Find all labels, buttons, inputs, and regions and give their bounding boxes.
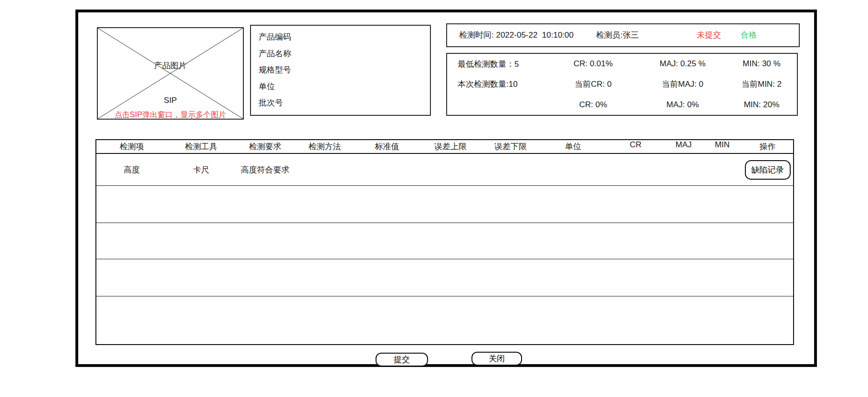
page: 产品图片 SIP 点击SIP弹出窗口，显示多个图片 产品编码 产品名称 规格型号… <box>0 0 868 397</box>
table-row: 高度 卡尺 高度符合要求 缺陷记录 <box>96 154 793 186</box>
stat-cr-rate: CR: 0% <box>547 100 639 110</box>
col-header-maj: MAJ <box>665 140 702 150</box>
field-label-spec-model: 规格型号 <box>259 64 430 75</box>
sip-label[interactable]: SIP <box>98 96 243 105</box>
stat-cr-limit: CR: 0.01% <box>547 59 639 69</box>
status-qualified-badge: 合格 <box>741 24 757 46</box>
cell-tool: 卡尺 <box>167 164 235 175</box>
field-label-product-name: 产品名称 <box>259 48 430 59</box>
sip-note: 点击SIP弹出窗口，显示多个图片 <box>98 110 243 120</box>
stat-maj-limit: MAJ: 0.25 % <box>639 59 726 69</box>
stat-min-limit: MIN: 30 % <box>726 59 797 69</box>
field-label-unit: 单位 <box>259 81 430 92</box>
table-header-row: 检测项 检测工具 检测要求 检测方法 标准值 误差上限 误差下限 单位 CR M… <box>96 140 793 154</box>
status-unsubmitted-badge: 未提交 <box>697 24 721 46</box>
col-header-min: MIN <box>702 140 742 150</box>
product-image-placeholder[interactable]: 产品图片 SIP 点击SIP弹出窗口，显示多个图片 <box>97 27 244 120</box>
inspection-items-table: 检测项 检测工具 检测要求 检测方法 标准值 误差上限 误差下限 单位 CR M… <box>95 139 794 345</box>
submit-button[interactable]: 提交 <box>376 353 428 366</box>
col-header-method: 检测方法 <box>295 141 355 152</box>
col-header-upper-tolerance: 误差上限 <box>419 141 481 152</box>
col-header-cr: CR <box>607 140 665 150</box>
inspection-time: 检测时间: 2022-05-22 10:10:00 <box>459 24 574 46</box>
cell-item: 高度 <box>96 164 167 175</box>
table-empty-row <box>96 259 793 296</box>
defect-record-button[interactable]: 缺陷记录 <box>745 160 791 180</box>
stat-current-cr: 当前CR: 0 <box>547 79 639 90</box>
col-header-action: 操作 <box>742 141 793 152</box>
inspection-stats-panel: 最低检测数量：5 CR: 0.01% MAJ: 0.25 % MIN: 30 %… <box>446 53 798 116</box>
product-image-label: 产品图片 <box>98 60 243 71</box>
col-header-lower-tolerance: 误差下限 <box>481 141 540 152</box>
window-frame: 产品图片 SIP 点击SIP弹出窗口，显示多个图片 产品编码 产品名称 规格型号… <box>75 10 817 367</box>
col-header-requirement: 检测要求 <box>235 141 295 152</box>
table-empty-row <box>96 223 793 259</box>
col-header-tool: 检测工具 <box>167 141 235 152</box>
product-fields-panel: 产品编码 产品名称 规格型号 单位 批次号 <box>250 25 431 116</box>
table-empty-row <box>96 296 793 344</box>
field-label-batch-number: 批次号 <box>259 97 430 108</box>
stat-maj-rate: MAJ: 0% <box>639 100 726 110</box>
col-header-item: 检测项 <box>96 141 167 152</box>
inspector-name: 检测员:张三 <box>596 24 639 46</box>
close-button[interactable]: 关闭 <box>471 352 522 366</box>
stat-current-inspect-qty: 本次检测数量:10 <box>458 79 547 90</box>
col-header-standard-value: 标准值 <box>355 141 419 152</box>
stat-current-min: 当前MIN: 2 <box>726 79 797 90</box>
field-label-product-code: 产品编码 <box>259 31 430 42</box>
table-empty-row <box>96 186 793 223</box>
cell-requirement: 高度符合要求 <box>235 164 295 175</box>
stat-min-rate: MIN: 20% <box>726 100 797 110</box>
stat-min-inspect-qty: 最低检测数量：5 <box>458 59 547 70</box>
inspection-info-bar: 检测时间: 2022-05-22 10:10:00 检测员:张三 未提交 合格 <box>446 23 800 47</box>
stat-current-maj: 当前MAJ: 0 <box>639 79 726 90</box>
col-header-unit: 单位 <box>540 141 607 152</box>
